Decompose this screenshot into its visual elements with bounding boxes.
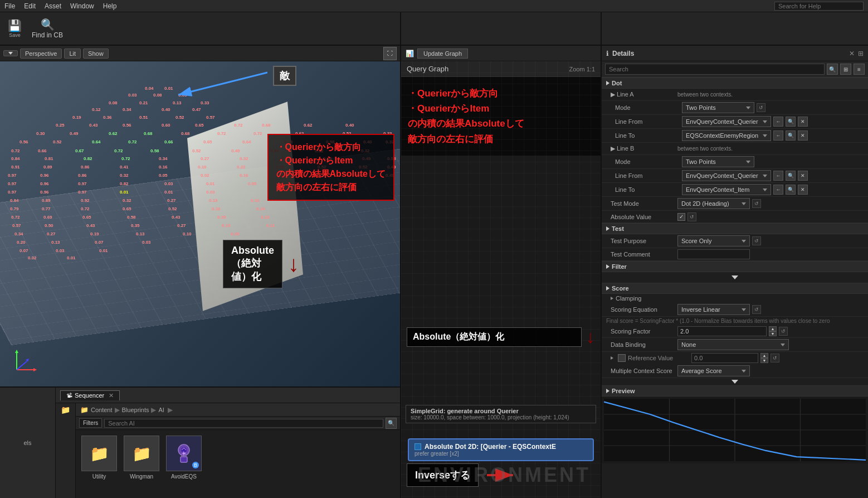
scoring-factor-value: ▲ ▼ ↺ — [677, 326, 864, 336]
dot-section-header[interactable]: Dot — [602, 78, 868, 89]
scoring-eq-value: Inverse Linear ↺ — [677, 304, 864, 315]
viewport-area: 💾 Save 🔍 Find in CB Perspective Lit Show — [0, 12, 401, 498]
from-b-dropdown[interactable]: EnvQueryContext_Querier — [682, 170, 771, 181]
to-b-browse-btn[interactable]: ← — [773, 185, 783, 195]
clamping-expand-icon — [611, 297, 613, 300]
graph-node[interactable]: Absolute Dot 2D: [Querier - EQSContextE … — [408, 438, 594, 461]
maximize-btn[interactable]: ⛶ — [383, 47, 397, 60]
details-filter-btn[interactable]: ≡ — [854, 64, 865, 75]
sequencer-tab[interactable]: 📽 Sequencer ✕ — [60, 390, 120, 400]
help-search-input[interactable] — [774, 2, 864, 11]
filter-expand-icon — [732, 275, 738, 279]
to-b-search-btn[interactable]: 🔍 — [786, 185, 796, 195]
node-checkbox[interactable] — [415, 443, 421, 450]
from-a-dropdown[interactable]: EnvQueryContext_Querier — [682, 116, 771, 127]
test-collapse-icon — [606, 226, 609, 231]
menu-window[interactable]: Window — [70, 2, 94, 10]
abs-value-reset-btn[interactable]: ↺ — [687, 212, 696, 221]
down-arrow: ↓ — [288, 252, 299, 277]
test-mode-reset-btn[interactable]: ↺ — [752, 199, 761, 208]
abs-value-checkbox[interactable]: ✓ — [677, 213, 685, 221]
from-a-search-btn[interactable]: 🔍 — [786, 117, 796, 127]
scoring-factor-input[interactable] — [677, 326, 767, 336]
score-section-header[interactable]: Score — [602, 283, 868, 294]
to-a-search-btn[interactable]: 🔍 — [786, 130, 796, 141]
clamping-row[interactable]: Clamping — [602, 294, 868, 303]
asset-utility[interactable]: 📁 Utility — [81, 436, 117, 492]
test-purpose-row: Test Purpose Score Only ↺ — [602, 234, 868, 248]
svg-line-1 — [178, 72, 267, 95]
breadcrumb-blueprints[interactable]: Blueprints — [122, 407, 149, 413]
details-search-btn[interactable]: 🔍 — [827, 64, 838, 75]
to-a-dropdown[interactable]: EQSContextEnemyRegion — [682, 130, 771, 141]
content-browser: 📽 Sequencer ✕ 📁 📁 Content ▶ — [56, 388, 400, 498]
details-panel-close-btn[interactable]: ✕ — [849, 50, 855, 57]
ref-reset-btn[interactable]: ↺ — [771, 354, 779, 362]
perspective-btn[interactable]: Perspective — [20, 49, 62, 59]
test-mode-dropdown[interactable]: Dot 2D (Heading) — [677, 198, 750, 209]
test-purpose-dropdown[interactable]: Score Only — [677, 235, 750, 246]
to-a-browse-btn[interactable]: ← — [773, 130, 783, 141]
ref-down-btn[interactable]: ▼ — [760, 358, 768, 363]
to-b-dropdown[interactable]: EnvQueryContext_Item — [682, 184, 771, 195]
test-purpose-reset-btn[interactable]: ↺ — [752, 236, 761, 245]
asset-avoideqs[interactable]: B AvoidEQS — [166, 436, 202, 492]
lit-btn[interactable]: Lit — [64, 49, 81, 59]
details-panel-expand-btn[interactable]: ⊞ — [858, 50, 864, 57]
scoring-eq-reset-btn[interactable]: ↺ — [752, 305, 761, 314]
details-search-input[interactable] — [605, 64, 825, 75]
mode-b-row: Mode Two Points — [602, 155, 868, 169]
test-comment-row: Test Comment — [602, 248, 868, 261]
save-button[interactable]: 💾 Save — [4, 18, 25, 39]
ref-input[interactable] — [691, 353, 758, 363]
mode-b-dropdown[interactable]: Two Points — [682, 156, 754, 167]
test-section-header[interactable]: Test — [602, 223, 868, 234]
breadcrumb-sep2: ▶ — [151, 406, 156, 414]
to-b-clear-btn[interactable]: ✕ — [798, 185, 808, 195]
breadcrumb-ai[interactable]: AI — [158, 407, 164, 413]
menu-file[interactable]: File — [4, 2, 15, 10]
preview-svg — [604, 399, 866, 461]
viewport-mode-btn[interactable] — [3, 50, 18, 56]
folder-icon-sm: 📁 — [80, 406, 89, 414]
multiple-context-dropdown[interactable]: Average Score — [677, 365, 750, 376]
mode-a-dropdown[interactable]: Two Points — [682, 102, 754, 113]
test-comment-input[interactable] — [677, 249, 750, 259]
asset-wingman[interactable]: 📁 Wingman — [124, 436, 159, 492]
scoring-eq-dropdown[interactable]: Inverse Linear — [677, 304, 750, 315]
filters-btn[interactable]: Filters — [79, 418, 102, 428]
preview-collapse-icon — [606, 389, 609, 393]
find-in-cb-button[interactable]: 🔍 Find in CB — [28, 17, 66, 40]
search-assets-btn[interactable]: 🔍 — [386, 418, 397, 429]
node-subtitle: prefer greater [x2] — [415, 451, 587, 457]
preview-section-header[interactable]: Preview — [602, 385, 868, 397]
mode-a-row: Mode Two Points ↺ — [602, 101, 868, 115]
close-tab-icon[interactable]: ✕ — [109, 392, 114, 399]
breadcrumb-bar: 📁 Content ▶ Blueprints ▶ AI ▶ — [76, 403, 400, 417]
menu-asset[interactable]: Asset — [45, 2, 61, 10]
data-binding-dropdown[interactable]: None — [677, 339, 789, 350]
menu-help[interactable]: Help — [103, 2, 117, 10]
to-a-clear-btn[interactable]: ✕ — [798, 130, 808, 141]
menu-edit[interactable]: Edit — [24, 2, 36, 10]
mode-a-reset-btn[interactable]: ↺ — [757, 103, 765, 112]
from-b-clear-btn[interactable]: ✕ — [798, 171, 808, 181]
wingman-label: Wingman — [130, 473, 153, 480]
ref-checkbox[interactable] — [618, 354, 626, 362]
from-a-browse-btn[interactable]: ← — [773, 117, 783, 127]
from-a-clear-btn[interactable]: ✕ — [798, 117, 808, 127]
abs-value-row: Absolute Value ✓ ↺ — [602, 211, 868, 223]
ref-up-btn[interactable]: ▲ — [760, 353, 768, 358]
breadcrumb-content[interactable]: Content — [91, 407, 113, 413]
details-grid-btn[interactable]: ⊞ — [840, 64, 851, 75]
update-graph-btn[interactable]: Update Graph — [417, 49, 468, 59]
from-b-search-btn[interactable]: 🔍 — [786, 171, 796, 181]
show-btn[interactable]: Show — [83, 49, 109, 59]
scoring-factor-down-btn[interactable]: ▼ — [769, 331, 777, 336]
from-b-browse-btn[interactable]: ← — [773, 171, 783, 181]
scoring-factor-reset-btn[interactable]: ↺ — [779, 327, 788, 336]
scoring-factor-up-btn[interactable]: ▲ — [769, 326, 777, 331]
search-assets-input[interactable] — [104, 419, 383, 428]
filter-section-header[interactable]: Filter — [602, 261, 868, 272]
mode-b-value: Two Points — [682, 156, 864, 167]
